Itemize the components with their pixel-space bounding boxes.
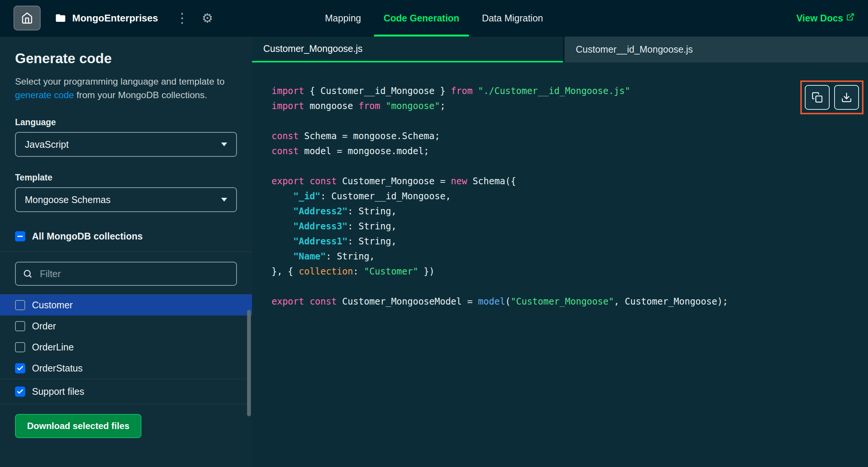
nav-tab-mapping[interactable]: Mapping (314, 0, 372, 36)
code-line (272, 114, 868, 129)
language-select[interactable]: JavaScript (15, 132, 237, 157)
collection-row-order[interactable]: Order (0, 315, 252, 337)
code-content: import { Customer__id_Mongoose } from ".… (272, 83, 868, 309)
project-title: MongoEnterprises (72, 12, 158, 24)
chevron-down-icon (221, 143, 227, 146)
language-label: Language (15, 117, 237, 127)
collection-label: Customer (32, 300, 73, 311)
code-line: "_id": Customer__id_Mongoose, (272, 189, 868, 204)
collection-checkbox[interactable] (15, 363, 25, 373)
sidebar-title: Generate code (15, 51, 237, 67)
external-link-icon (846, 13, 854, 21)
description-text-prefix: Select your programming language and tem… (15, 76, 225, 86)
download-icon (841, 92, 852, 103)
collection-checkbox[interactable] (15, 321, 25, 331)
all-collections-checkbox[interactable] (15, 231, 25, 241)
main-nav: MappingCode GenerationData Migration (314, 0, 554, 36)
collection-row-orderline[interactable]: OrderLine (0, 337, 252, 358)
code-line: import { Customer__id_Mongoose } from ".… (272, 83, 868, 99)
divider (0, 404, 252, 404)
collection-row-customer[interactable]: Customer (0, 294, 252, 315)
support-files-row[interactable]: Support files (0, 379, 252, 404)
collection-row-orderstatus[interactable]: OrderStatus (0, 358, 252, 379)
download-selected-files-button[interactable]: Download selected files (15, 414, 141, 438)
code-line (272, 159, 868, 174)
collection-label: OrderStatus (32, 363, 83, 374)
sidebar-scrollbar-thumb[interactable] (247, 310, 251, 416)
code-line: export const Customer_Mongoose = new Sch… (272, 174, 868, 189)
template-select-value: Mongoose Schemas (25, 194, 111, 205)
view-docs-link[interactable]: View Docs (796, 13, 854, 24)
code-line: "Address1": String, (272, 234, 868, 249)
nav-tab-data-migration[interactable]: Data Migration (470, 0, 554, 36)
annotation-highlight-box (800, 80, 863, 114)
generate-code-link[interactable]: generate code (15, 90, 74, 100)
editor-panel: Customer_Mongoose.jsCustomer__id_Mongoos… (252, 36, 868, 467)
indeterminate-minus-icon (17, 236, 23, 237)
collection-label: Order (32, 321, 56, 332)
filter-input[interactable] (15, 262, 237, 286)
folder-icon (55, 12, 66, 24)
home-icon (21, 12, 33, 24)
support-files-checkbox[interactable] (15, 387, 25, 397)
chevron-down-icon (221, 198, 227, 202)
code-line: }, { collection: "Customer" }) (272, 264, 868, 279)
copy-icon (812, 92, 823, 103)
nav-tab-code-generation[interactable]: Code Generation (372, 0, 470, 36)
topbar: MongoEnterprises ⋮ ⚙ MappingCode Generat… (0, 0, 868, 36)
kebab-menu-icon[interactable]: ⋮ (175, 11, 189, 25)
sidebar: Generate code Select your programming la… (0, 36, 252, 467)
code-line: "Address3": String, (272, 219, 868, 234)
filter-field (15, 262, 237, 286)
code-area: import { Customer__id_Mongoose } from ".… (252, 62, 868, 467)
language-select-value: JavaScript (25, 139, 69, 150)
sidebar-description: Select your programming language and tem… (15, 75, 237, 102)
editor-tab-customer-id-mongoose-js[interactable]: Customer__id_Mongoose.js (565, 36, 868, 62)
support-files-label: Support files (32, 386, 84, 397)
code-line: const Schema = mongoose.Schema; (272, 129, 868, 144)
collection-checkbox[interactable] (15, 342, 25, 352)
code-line: "Address2": String, (272, 204, 868, 219)
editor-tabbar: Customer_Mongoose.jsCustomer__id_Mongoos… (252, 36, 868, 62)
divider (0, 252, 252, 252)
editor-tab-customer-mongoose-js[interactable]: Customer_Mongoose.js (252, 36, 563, 62)
copy-code-button[interactable] (805, 85, 830, 110)
code-line: const model = mongoose.model; (272, 144, 868, 159)
code-line (272, 279, 868, 294)
download-file-button[interactable] (834, 85, 859, 110)
settings-gear-icon[interactable]: ⚙ (202, 12, 213, 24)
code-line: export const Customer_MongooseModel = mo… (272, 294, 868, 309)
collection-list: CustomerOrderOrderLineOrderStatus (0, 294, 252, 379)
all-collections-label: All MongoDB collections (32, 231, 143, 242)
template-select[interactable]: Mongoose Schemas (15, 187, 237, 212)
collection-label: OrderLine (32, 342, 74, 353)
template-label: Template (15, 173, 237, 183)
home-button[interactable] (14, 6, 41, 30)
code-line: "Name": String, (272, 249, 868, 264)
view-docs-label: View Docs (796, 13, 843, 24)
all-collections-row: All MongoDB collections (15, 231, 237, 252)
search-icon (23, 269, 33, 279)
description-text-suffix: from your MongoDB collections. (74, 90, 207, 100)
collection-checkbox[interactable] (15, 300, 25, 310)
code-line: import mongoose from "mongoose"; (272, 99, 868, 114)
